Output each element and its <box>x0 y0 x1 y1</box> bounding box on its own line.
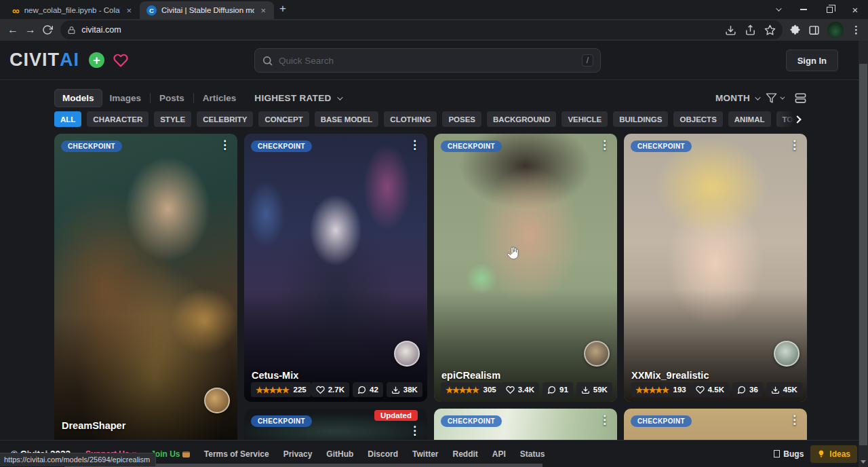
creator-avatar[interactable] <box>204 388 230 413</box>
status-link[interactable]: Status <box>520 449 545 459</box>
extensions-puzzle-icon[interactable] <box>789 24 801 36</box>
new-tab-button[interactable]: + <box>279 2 286 16</box>
tab-models[interactable]: Models <box>54 89 102 107</box>
github-link[interactable]: GitHub <box>326 449 353 459</box>
window-controls: × <box>765 0 868 19</box>
comment-icon <box>357 386 366 394</box>
layout-toggle-icon[interactable] <box>794 92 807 105</box>
updated-badge: Updated <box>374 410 418 421</box>
tab-search-chevron-icon[interactable] <box>765 0 791 19</box>
civitai-logo[interactable]: CIVITAI <box>9 50 79 71</box>
vertical-scrollbar[interactable] <box>859 41 868 467</box>
terms-link[interactable]: Terms of Service <box>204 449 269 459</box>
model-card-epicrealism[interactable]: CHECKPOINT ⋮ epiCRealism ★★★★★ 305 3.4K … <box>434 134 617 402</box>
tab-images[interactable]: Images <box>102 90 149 107</box>
restore-button[interactable] <box>816 0 842 19</box>
model-type-badge: CHECKPOINT <box>441 415 502 427</box>
bookmark-star-icon[interactable] <box>764 24 776 36</box>
forward-button[interactable]: → <box>22 24 39 36</box>
address-bar[interactable]: civitai.com <box>60 20 783 39</box>
search-input[interactable] <box>279 56 582 66</box>
scroll-down-arrow-icon[interactable] <box>861 460 866 464</box>
card-menu-kebab-icon[interactable]: ⋮ <box>409 425 420 438</box>
close-window-button[interactable]: × <box>842 0 868 19</box>
category-all[interactable]: ALL <box>54 111 81 127</box>
back-button[interactable]: ← <box>4 24 22 36</box>
colab-icon: ∞ <box>12 5 20 16</box>
period-dropdown[interactable]: MONTH <box>715 93 759 103</box>
comment-icon <box>737 386 746 394</box>
category-base-model[interactable]: BASE MODEL <box>315 111 379 127</box>
twitter-link[interactable]: Twitter <box>412 449 438 459</box>
category-animal[interactable]: ANIMAL <box>728 111 771 127</box>
model-title: DreamShaper <box>62 420 125 431</box>
model-title: XXMix_9realistic <box>631 370 709 381</box>
share-icon[interactable] <box>745 24 756 36</box>
category-style[interactable]: STYLE <box>154 111 191 127</box>
tab-articles[interactable]: Articles <box>195 90 244 107</box>
model-card-dreamshaper[interactable]: CHECKPOINT ⋮ DreamShaper <box>54 134 237 447</box>
privacy-link[interactable]: Privacy <box>283 449 313 459</box>
chevron-down-icon <box>755 94 760 100</box>
civitai-favicon-icon: C <box>146 5 157 16</box>
reddit-link[interactable]: Reddit <box>453 449 478 459</box>
join-us-link[interactable]: Join Us <box>151 449 190 459</box>
lock-icon <box>67 26 76 35</box>
category-concept[interactable]: CONCEPT <box>258 111 309 127</box>
model-card-xxmix9realistic[interactable]: CHECKPOINT ⋮ XXMix_9realistic ★★★★★ 193 … <box>624 134 807 402</box>
model-card-cetus-mix[interactable]: CHECKPOINT ⋮ Cetus-Mix ★★★★★ 225 2.7K 42 <box>244 134 427 402</box>
rating-pill: ★★★★★ 225 <box>251 382 311 397</box>
categories-scroll-right-button[interactable] <box>778 111 807 128</box>
card-stats: ★★★★★ 225 2.7K 42 38K <box>251 382 420 397</box>
tab-colab[interactable]: ∞ new_colab_file.ipynb - Colaborat × <box>5 1 140 19</box>
category-buildings[interactable]: BUILDINGS <box>613 111 668 127</box>
model-type-badge: CHECKPOINT <box>251 415 312 427</box>
upload-plus-button[interactable]: + <box>89 52 104 68</box>
quick-search[interactable]: / <box>254 48 601 73</box>
creator-avatar[interactable] <box>394 341 420 367</box>
favorites-heart-icon[interactable] <box>113 53 129 68</box>
card-menu-kebab-icon[interactable]: ⋮ <box>599 139 610 152</box>
card-menu-kebab-icon[interactable]: ⋮ <box>789 139 800 152</box>
tab-close-icon[interactable]: × <box>125 5 133 16</box>
sort-dropdown[interactable]: HIGHEST RATED <box>254 93 340 103</box>
ideas-button[interactable]: Ideas <box>810 445 857 463</box>
rating-count: 193 <box>673 386 686 394</box>
reload-button[interactable] <box>39 24 57 35</box>
discord-link[interactable]: Discord <box>368 449 398 459</box>
scrollbar-thumb[interactable] <box>859 64 867 445</box>
url-text[interactable]: civitai.com <box>81 25 725 35</box>
category-objects[interactable]: OBJECTS <box>673 111 722 127</box>
sign-in-button[interactable]: Sign In <box>786 50 838 71</box>
category-character[interactable]: CHARACTER <box>87 111 149 127</box>
creator-avatar[interactable] <box>774 341 800 367</box>
browser-menu-kebab-icon[interactable]: ⋮ <box>851 24 861 36</box>
comments-count: 36 <box>749 386 758 394</box>
card-menu-kebab-icon[interactable]: ⋮ <box>219 139 231 152</box>
category-poses[interactable]: POSES <box>442 111 481 127</box>
download-icon[interactable] <box>725 24 736 36</box>
bugs-button[interactable]: Bugs <box>774 449 804 459</box>
model-type-badge: CHECKPOINT <box>61 141 122 152</box>
minimize-button[interactable] <box>791 0 816 19</box>
category-vehicle[interactable]: VEHICLE <box>561 111 608 127</box>
tab-posts[interactable]: Posts <box>152 90 192 107</box>
api-link[interactable]: API <box>492 449 506 459</box>
category-celebrity[interactable]: CELEBRITY <box>197 111 253 127</box>
tab-close-icon[interactable]: × <box>259 5 267 16</box>
filter-dropdown[interactable] <box>766 92 783 104</box>
card-menu-kebab-icon[interactable]: ⋮ <box>789 414 800 427</box>
category-background[interactable]: BACKGROUND <box>487 111 556 127</box>
card-menu-kebab-icon[interactable]: ⋮ <box>409 139 420 152</box>
rating-count: 225 <box>294 386 307 394</box>
category-filter-row: ALL CHARACTER STYLE CELEBRITY CONCEPT BA… <box>54 111 807 128</box>
search-shortcut-kbd: / <box>582 54 593 67</box>
card-menu-kebab-icon[interactable]: ⋮ <box>599 414 610 427</box>
tab-civitai[interactable]: C Civitai | Stable Diffusion models, × <box>140 1 274 19</box>
browser-profile-avatar[interactable] <box>827 22 844 38</box>
category-clothing[interactable]: CLOTHING <box>384 111 437 127</box>
status-url-bar: https://civitai.com/models/25694/epicrea… <box>0 453 156 466</box>
creator-avatar[interactable] <box>584 341 610 367</box>
likes-count: 4.5K <box>708 386 724 394</box>
side-panel-icon[interactable] <box>808 24 820 36</box>
